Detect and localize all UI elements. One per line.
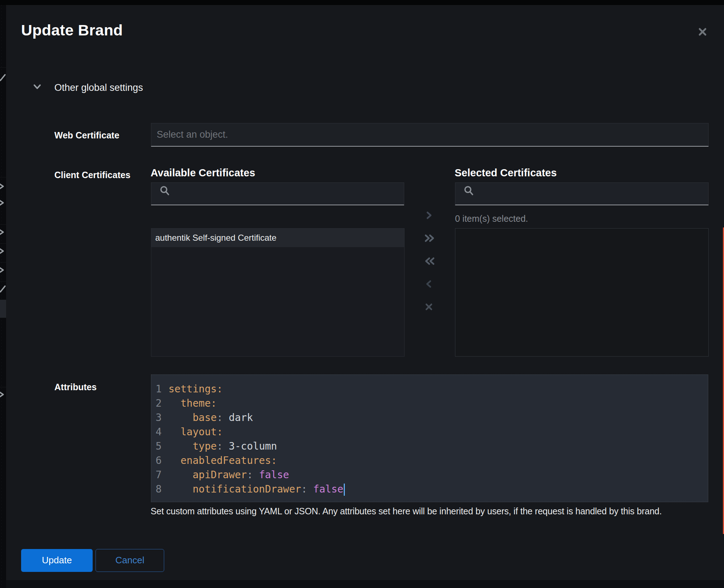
dual-list-controls (424, 210, 434, 324)
sidebar-divider (0, 243, 6, 244)
web-certificate-select[interactable]: Select an object. (151, 123, 709, 147)
move-all-left-icon[interactable] (424, 256, 434, 266)
code-lines: 1settings:2 theme:3 base: dark4 layout:5… (156, 382, 708, 496)
sidebar-divider (0, 67, 6, 68)
move-selected-left-icon[interactable] (424, 279, 434, 289)
client-certificates-label: Client Certificates (54, 170, 131, 180)
clear-icon[interactable] (424, 302, 434, 312)
sidebar-divider (0, 224, 6, 225)
code-line: 5 type: 3-column (156, 439, 708, 454)
update-button[interactable]: Update (21, 549, 93, 572)
available-certificates-list[interactable]: authentik Self-signed Certificate (151, 228, 405, 357)
sidebar-divider (0, 262, 6, 263)
code-line: 7 apiDrawer: false (156, 468, 708, 482)
chevron-right-icon (0, 265, 6, 276)
cancel-button[interactable]: Cancel (96, 549, 164, 572)
code-line: 4 layout: (156, 425, 708, 439)
sidebar-selected-item (0, 300, 6, 318)
selected-count-status: 0 item(s) selected. (455, 214, 528, 224)
search-icon (160, 186, 170, 196)
attributes-code-editor[interactable]: 1settings:2 theme:3 base: dark4 layout:5… (151, 374, 708, 502)
close-icon[interactable] (698, 27, 712, 41)
text-cursor (344, 484, 345, 496)
chevron-right-icon (0, 227, 6, 238)
sidebar-divider (0, 281, 6, 281)
selected-search-input[interactable] (455, 182, 709, 205)
move-selected-right-icon[interactable] (424, 210, 434, 221)
background-sidebar-strip (0, 5, 6, 588)
code-line: 1settings: (156, 382, 708, 396)
code-line: 6 enabledFeatures: (156, 454, 708, 468)
chevron-right-icon (0, 182, 6, 192)
chevron-right-icon (0, 246, 6, 257)
attributes-help-text: Set custom attributes using YAML or JSON… (151, 506, 694, 516)
list-item[interactable]: authentik Self-signed Certificate (151, 229, 404, 247)
section-toggle-label[interactable]: Other global settings (54, 82, 143, 93)
search-icon (464, 186, 474, 196)
chevron-right-icon (0, 198, 6, 209)
modal-title: Update Brand (21, 21, 123, 39)
chevron-right-icon (0, 390, 6, 401)
page-bottom-band (6, 580, 724, 588)
web-certificate-placeholder: Select an object. (157, 123, 228, 146)
available-search-input[interactable] (151, 182, 404, 205)
top-bar (0, 0, 724, 5)
check-icon (0, 73, 6, 84)
code-line: 8 notificationDrawer: false (156, 482, 708, 496)
web-certificate-label: Web Certificate (54, 130, 119, 141)
sidebar-divider (0, 318, 6, 318)
available-certificates-heading: Available Certificates (151, 167, 255, 179)
sidebar-divider (0, 387, 6, 387)
sidebar-dotted-guide (1, 5, 2, 588)
attributes-label: Attributes (54, 382, 97, 392)
move-all-right-icon[interactable] (424, 233, 434, 244)
code-line: 3 base: dark (156, 411, 708, 425)
code-line: 2 theme: (156, 396, 708, 411)
selected-certificates-heading: Selected Certificates (455, 167, 557, 179)
chevron-down-icon[interactable] (33, 84, 41, 91)
sidebar-divider (0, 177, 6, 177)
selected-certificates-list[interactable] (455, 228, 709, 357)
check-icon (0, 284, 6, 295)
